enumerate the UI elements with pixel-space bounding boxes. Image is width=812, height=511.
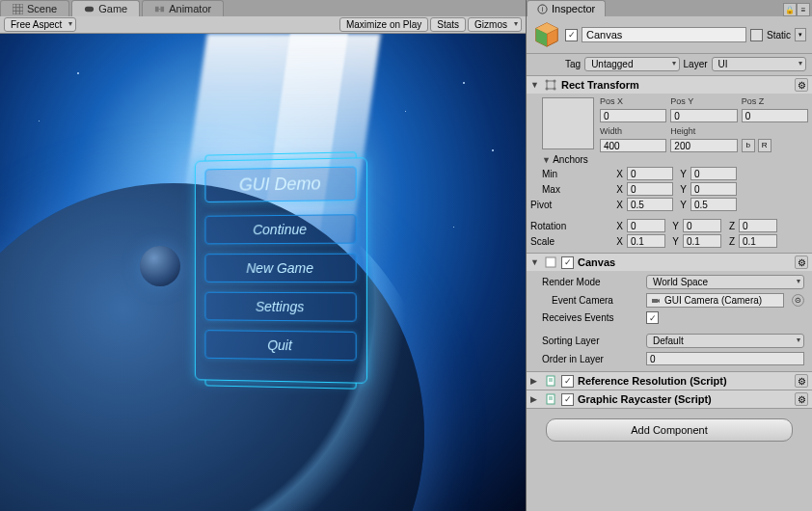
svg-rect-5 [85,6,94,12]
ref-res-title: Reference Resolution (Script) [578,375,791,387]
raycaster-settings-icon[interactable]: ⚙ [795,392,808,406]
aspect-dropdown[interactable]: Free Aspect [4,17,76,32]
scene-icon [13,4,23,14]
ref-res-enabled-checkbox[interactable]: ✓ [561,375,574,388]
foldout-icon: ▼ [530,80,540,90]
canvas-header[interactable]: ▼ ✓ Canvas ⚙ [527,254,812,271]
camera-icon [651,296,661,306]
posx-input[interactable] [600,109,666,122]
game-view: GUI Demo Continue New Game Settings Quit [0,34,526,511]
foldout-icon: ▼ [530,257,540,267]
anchor-max-x-input[interactable] [627,182,673,196]
foldout-icon: ▶ [530,376,540,386]
event-camera-field[interactable]: GUI Camera (Camera) [646,293,784,308]
gameobject-header: ✓ Static ▾ [527,16,812,54]
canvas-settings-icon[interactable]: ⚙ [795,256,808,269]
gameobject-name-input[interactable] [582,27,746,42]
raycaster-title: Graphic Raycaster (Script) [578,393,791,405]
pivot-x-input[interactable] [627,198,673,211]
render-mode-dropdown[interactable]: World Space [646,275,804,289]
svg-point-18 [546,88,549,91]
svg-rect-15 [547,81,555,89]
layer-dropdown[interactable]: UI [712,57,806,71]
script-icon [544,374,557,388]
rot-y-input[interactable] [683,219,721,232]
raw-edit-button[interactable]: R [758,139,771,152]
svg-point-17 [554,80,556,83]
layer-label: Layer [684,59,708,69]
add-component-button[interactable]: Add Component [546,418,793,442]
menu-title: GUI Demo [204,167,356,202]
raycaster-enabled-checkbox[interactable]: ✓ [561,393,574,406]
menu-new-game-button[interactable]: New Game [204,254,356,282]
tab-scene-label: Scene [27,3,57,14]
game-icon [84,4,95,14]
menu-settings-button[interactable]: Settings [204,292,356,322]
rect-transform-header[interactable]: ▼ Rect Transform ⚙ [527,76,812,94]
pivot-y-input[interactable] [690,198,737,211]
posy-input[interactable] [670,109,737,122]
order-in-layer-input[interactable] [646,352,804,365]
posz-input[interactable] [742,109,808,122]
static-label: Static [767,30,791,40]
anchor-min-x-input[interactable] [627,167,673,180]
inspector-icon: i [537,4,548,14]
tab-game-label: Game [98,3,127,14]
stats-toggle[interactable]: Stats [430,17,466,32]
rot-z-input[interactable] [739,219,777,232]
width-input[interactable] [600,139,666,152]
component-reference-resolution: ▶ ✓ Reference Resolution (Script) ⚙ [527,372,812,390]
component-rect-transform: ▼ Rect Transform ⚙ Pos X Pos Y Pos Z Wid… [527,76,812,254]
receives-events-checkbox[interactable]: ✓ [646,311,659,324]
lock-icon[interactable]: 🔒 [783,3,797,16]
height-input[interactable] [670,139,737,152]
anchor-preset-button[interactable] [542,97,594,149]
svg-rect-21 [652,299,658,303]
svg-text:i: i [542,5,544,13]
tab-inspector-label: Inspector [552,3,595,14]
raycaster-header[interactable]: ▶ ✓ Graphic Raycaster (Script) ⚙ [527,390,812,408]
panel-menu-icon[interactable]: ≡ [797,3,810,16]
svg-rect-6 [155,6,159,12]
maximize-toggle[interactable]: Maximize on Play [339,17,428,32]
canvas-title: Canvas [578,256,791,268]
tab-inspector[interactable]: i Inspector [527,0,606,16]
tab-animator[interactable]: Animator [142,0,224,16]
rect-transform-settings-icon[interactable]: ⚙ [795,78,808,92]
svg-rect-20 [546,257,555,267]
tag-dropdown[interactable]: Untagged [584,57,679,71]
anchor-min-y-input[interactable] [690,167,737,180]
animator-icon [154,4,165,14]
moon [140,246,180,286]
scale-x-input[interactable] [627,234,665,248]
menu-continue-button[interactable]: Continue [204,214,356,244]
gizmos-dropdown[interactable]: Gizmos [468,17,522,32]
scale-y-input[interactable] [683,234,721,248]
anchor-max-y-input[interactable] [690,182,737,196]
ref-res-settings-icon[interactable]: ⚙ [795,374,808,388]
svg-rect-7 [161,6,165,12]
scale-z-input[interactable] [739,234,777,248]
ref-res-header[interactable]: ▶ ✓ Reference Resolution (Script) ⚙ [527,372,812,390]
script-icon [544,392,557,406]
static-dropdown[interactable]: ▾ [795,28,806,41]
tab-game[interactable]: Game [71,0,140,16]
sorting-layer-dropdown[interactable]: Default [646,334,804,348]
menu-quit-button[interactable]: Quit [204,330,356,361]
canvas-enabled-checkbox[interactable]: ✓ [561,256,574,269]
anchors-foldout-icon[interactable]: ▼ [542,155,551,165]
static-checkbox[interactable] [750,29,763,41]
rect-transform-title: Rect Transform [561,79,791,91]
game-menu-panel: GUI Demo Continue New Game Settings Quit [195,157,367,384]
rot-x-input[interactable] [627,219,665,232]
tag-label: Tag [565,59,581,69]
svg-rect-0 [13,4,23,14]
object-picker-icon[interactable]: ⊙ [792,294,804,307]
game-toolbar: Free Aspect Maximize on Play Stats Gizmo… [0,16,526,34]
view-tabs: Scene Game Animator [0,0,526,16]
blueprint-button[interactable]: b [742,139,755,152]
svg-point-16 [546,80,549,83]
gameobject-active-checkbox[interactable]: ✓ [565,29,578,41]
component-graphic-raycaster: ▶ ✓ Graphic Raycaster (Script) ⚙ [527,390,812,409]
tab-scene[interactable]: Scene [0,0,69,16]
